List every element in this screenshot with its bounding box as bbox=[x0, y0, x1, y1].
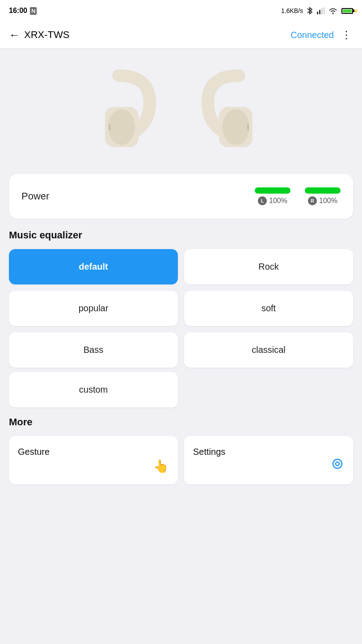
gesture-card[interactable]: Gesture 👆 bbox=[9, 436, 178, 484]
wifi-icon bbox=[328, 7, 338, 15]
status-bar: 16:00 N 1.6KB/s ⚡ bbox=[0, 0, 362, 21]
settings-icon bbox=[331, 457, 344, 474]
more-section-title: More bbox=[9, 416, 353, 428]
right-battery-percent: 100% bbox=[319, 197, 337, 205]
status-icons: 1.6KB/s ⚡ bbox=[281, 6, 353, 15]
left-side-indicator: L bbox=[258, 196, 267, 205]
eq-empty-slot bbox=[184, 372, 353, 407]
page-title: XRX-TWS bbox=[24, 29, 69, 41]
earbuds-area bbox=[0, 49, 362, 174]
back-button[interactable]: ← bbox=[9, 29, 20, 41]
settings-label: Settings bbox=[193, 447, 225, 457]
header-right: Connected ⋮ bbox=[290, 29, 353, 41]
eq-custom-row: custom bbox=[9, 372, 353, 407]
signal-icon bbox=[316, 7, 324, 15]
svg-point-10 bbox=[333, 459, 342, 468]
svg-rect-9 bbox=[247, 124, 249, 130]
right-battery: R 100% bbox=[305, 187, 341, 205]
svg-point-5 bbox=[108, 109, 135, 145]
left-battery-label: L 100% bbox=[258, 196, 287, 205]
left-battery-bar bbox=[255, 187, 290, 194]
svg-point-11 bbox=[336, 462, 339, 466]
bluetooth-icon bbox=[307, 6, 313, 15]
more-cards: Gesture 👆 Settings bbox=[9, 436, 353, 484]
svg-rect-2 bbox=[321, 8, 323, 14]
battery-indicators: L 100% R 100% bbox=[255, 187, 341, 205]
right-battery-bar bbox=[305, 187, 341, 194]
eq-btn-classical[interactable]: classical bbox=[184, 332, 353, 368]
header: ← XRX-TWS Connected ⋮ bbox=[0, 21, 362, 49]
right-battery-label: R 100% bbox=[308, 196, 337, 205]
status-time: 16:00 bbox=[9, 7, 27, 15]
speed-indicator: 1.6KB/s bbox=[281, 7, 303, 14]
equalizer-grid: default Rock popular soft Bass classical bbox=[9, 249, 353, 368]
header-left: ← XRX-TWS bbox=[9, 29, 69, 41]
status-time-area: 16:00 N bbox=[9, 7, 37, 15]
svg-rect-0 bbox=[317, 12, 318, 14]
gesture-icon: 👆 bbox=[153, 459, 169, 474]
svg-point-8 bbox=[223, 109, 249, 145]
power-label: Power bbox=[21, 191, 49, 202]
power-card: Power L 100% R 100% bbox=[9, 174, 353, 219]
left-battery: L 100% bbox=[255, 187, 290, 205]
battery-icon: ⚡ bbox=[341, 8, 353, 14]
more-section: More Gesture 👆 Settings bbox=[0, 416, 362, 484]
notification-badge: N bbox=[30, 7, 37, 15]
settings-card[interactable]: Settings bbox=[184, 436, 353, 484]
eq-btn-soft[interactable]: soft bbox=[184, 291, 353, 326]
svg-rect-3 bbox=[324, 7, 324, 14]
svg-rect-6 bbox=[109, 124, 110, 130]
right-side-indicator: R bbox=[308, 196, 317, 205]
eq-btn-rock[interactable]: Rock bbox=[184, 249, 353, 284]
right-earbud bbox=[194, 67, 270, 156]
eq-btn-popular[interactable]: popular bbox=[9, 291, 178, 326]
eq-btn-bass[interactable]: Bass bbox=[9, 332, 178, 368]
gesture-label: Gesture bbox=[18, 447, 50, 457]
eq-btn-default[interactable]: default bbox=[9, 249, 178, 284]
svg-rect-1 bbox=[319, 10, 320, 14]
equalizer-section-title: Music equalizer bbox=[9, 229, 353, 241]
left-battery-percent: 100% bbox=[269, 197, 287, 205]
more-menu-button[interactable]: ⋮ bbox=[341, 29, 353, 41]
left-earbud bbox=[92, 67, 168, 156]
connection-status: Connected bbox=[290, 30, 334, 40]
eq-btn-custom[interactable]: custom bbox=[9, 372, 178, 407]
